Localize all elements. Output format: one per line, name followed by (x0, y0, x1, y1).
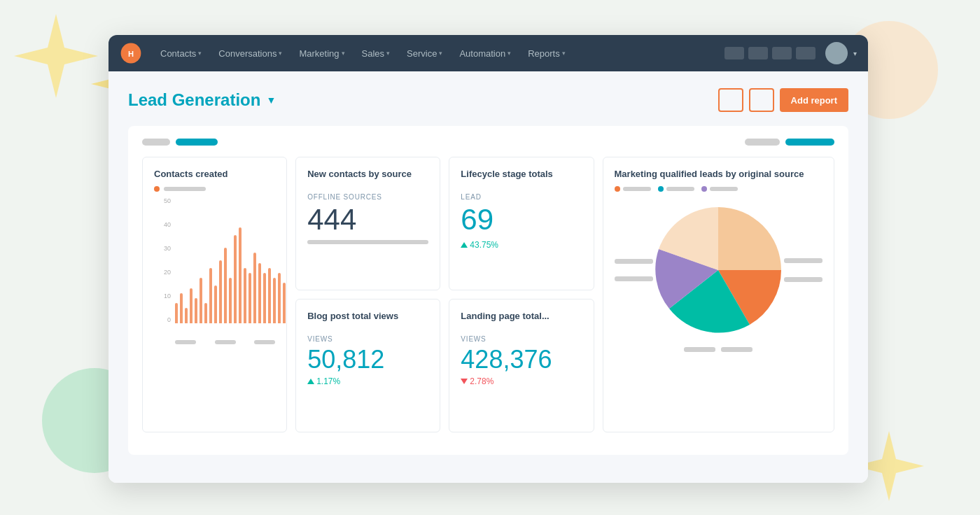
marketing-chevron: ▾ (342, 50, 345, 57)
nav-item-reports[interactable]: Reports ▾ (521, 44, 573, 63)
nav-item-marketing[interactable]: Marketing ▾ (292, 44, 351, 63)
browser-window: H Contacts ▾ Conversations ▾ Marketing ▾… (108, 35, 868, 483)
pie-bottom-legend (615, 347, 822, 352)
contacts-created-title: Contacts created (154, 169, 275, 179)
nav-item-automation[interactable]: Automation ▾ (452, 44, 518, 63)
pie-bottom-label-1 (684, 347, 715, 352)
page-content: Lead Generation ▼ Add report (108, 71, 868, 483)
landing-views-card: Landing page total... VIEWS 428,376 2.78… (449, 299, 594, 432)
navbar-right: ▾ (724, 42, 857, 64)
new-contacts-metric-value: 444 (307, 205, 428, 234)
nav-item-sales[interactable]: Sales ▾ (355, 44, 398, 63)
lifecycle-metric-label: LEAD (461, 193, 582, 201)
landing-views-change: 2.78% (461, 376, 582, 386)
new-contacts-title: New contacts by source (307, 169, 428, 179)
service-chevron: ▾ (439, 50, 442, 57)
landing-views-metric-label: VIEWS (461, 335, 582, 343)
filter-pill-2 (176, 139, 218, 146)
lifecycle-change: 43.75% (461, 240, 582, 250)
bar-3 (190, 288, 192, 323)
page-title-chevron-icon[interactable]: ▼ (266, 94, 276, 106)
legend-swatch-orange (615, 186, 620, 192)
pie-label-left-1 (615, 259, 653, 264)
nav-icon-1[interactable] (724, 47, 744, 59)
landing-views-title: Landing page total... (461, 311, 582, 321)
filter-left (142, 139, 218, 146)
legend-text-2 (666, 187, 694, 191)
legend-item-1 (615, 186, 651, 192)
pie-chart-svg (648, 200, 788, 340)
user-avatar[interactable] (825, 42, 848, 64)
lifecycle-title: Lifecycle stage totals (461, 169, 582, 179)
bar-9 (219, 260, 222, 323)
legend-text-3 (710, 187, 738, 191)
bar-4 (195, 298, 197, 323)
blog-views-title: Blog post total views (307, 311, 428, 321)
bar-13 (239, 227, 241, 323)
pie-label-right-1 (784, 258, 822, 263)
bar-1 (180, 293, 183, 323)
filter-button-2[interactable] (749, 88, 774, 112)
pie-labels-right (784, 258, 822, 282)
bar-2 (185, 308, 188, 323)
filter-pill-1 (142, 139, 170, 146)
bar-17 (258, 263, 261, 323)
contacts-created-card: Contacts created 50 40 30 20 10 0 (142, 157, 287, 432)
filter-right (745, 139, 834, 146)
nav-icon-4[interactable] (796, 47, 816, 59)
reports-grid: Contacts created 50 40 30 20 10 0 (142, 157, 834, 432)
nav-icon-2[interactable] (748, 47, 768, 59)
bar-18 (263, 273, 266, 323)
legend-item-3 (701, 186, 738, 192)
nav-item-conversations[interactable]: Conversations ▾ (211, 44, 289, 63)
page-header: Lead Generation ▼ Add report (128, 88, 848, 112)
mql-card: Marketing qualified leads by original so… (603, 157, 834, 432)
lifecycle-card: Lifecycle stage totals LEAD 69 43.75% (449, 157, 594, 290)
legend-text-1 (623, 187, 651, 191)
nav-item-service[interactable]: Service ▾ (400, 44, 449, 63)
hubspot-logo: H (120, 42, 142, 64)
bar-21 (278, 273, 281, 323)
bar-5 (200, 278, 202, 323)
x-axis (154, 340, 275, 344)
sales-chevron: ▾ (386, 50, 390, 57)
blog-up-arrow-icon (307, 379, 314, 384)
add-report-button[interactable]: Add report (780, 88, 848, 112)
landing-views-metric-value: 428,376 (461, 347, 582, 372)
dashboard: Contacts created 50 40 30 20 10 0 (128, 126, 848, 455)
contacts-chevron: ▾ (198, 50, 202, 57)
bar-20 (273, 278, 276, 323)
xaxis-label-2 (215, 340, 236, 344)
blog-views-metric-label: VIEWS (307, 335, 428, 343)
bar-chart-area: 50 40 30 20 10 0 (154, 197, 275, 337)
bar-22 (283, 283, 286, 323)
blog-views-card: Blog post total views VIEWS 50,812 1.17% (295, 299, 440, 432)
bar-0 (175, 303, 178, 323)
new-contacts-metric-label: OFFLINE SOURCES (307, 193, 428, 201)
new-contacts-bar (307, 240, 428, 244)
legend-dot-orange (154, 186, 160, 192)
bar-19 (268, 268, 271, 323)
xaxis-label-3 (254, 340, 275, 344)
blog-views-metric-value: 50,812 (307, 347, 428, 372)
legend-item-2 (658, 186, 694, 192)
pie-label-right-2 (784, 277, 822, 282)
pie-labels-left (615, 259, 653, 281)
automation-chevron: ▾ (507, 50, 511, 57)
legend-line-1 (164, 187, 206, 191)
deco-star-tl (14, 14, 98, 98)
nav-item-contacts[interactable]: Contacts ▾ (153, 44, 209, 63)
filter-button-1[interactable] (718, 88, 743, 112)
pie-slice-1 (718, 207, 781, 270)
page-title-area: Lead Generation ▼ (128, 90, 276, 110)
pie-label-left-2 (615, 276, 653, 281)
bar-6 (204, 303, 207, 323)
bar-11 (229, 278, 232, 323)
bar-10 (224, 248, 227, 323)
nav-icon-3[interactable] (772, 47, 792, 59)
blog-views-change: 1.17% (307, 376, 428, 386)
filter-bar (142, 139, 834, 146)
avatar-chevron[interactable]: ▾ (853, 50, 857, 57)
y-axis: 50 40 30 20 10 0 (154, 197, 171, 323)
filter-pill-3 (745, 139, 780, 146)
